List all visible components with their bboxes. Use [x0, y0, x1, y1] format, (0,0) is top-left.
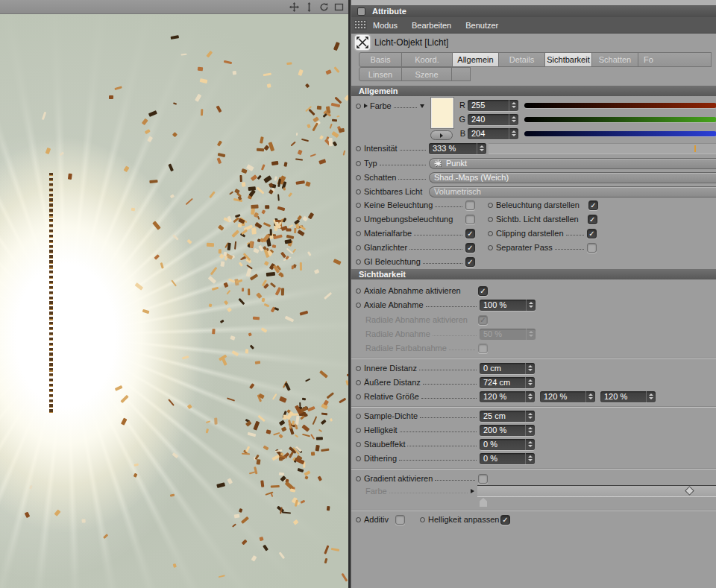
R-slider[interactable]	[524, 103, 716, 108]
G-value-field[interactable]: 240	[468, 114, 518, 125]
B-slider[interactable]	[524, 131, 716, 136]
stepper-arrows[interactable]	[646, 391, 656, 402]
keyframe-circle[interactable]	[356, 366, 361, 371]
section-header-allgemein[interactable]: Allgemein	[351, 86, 716, 96]
checkbox-axiale-abnahme-aktivieren[interactable]: ✓	[478, 286, 488, 296]
keyframe-circle[interactable]	[356, 456, 361, 461]
menu-modus[interactable]: Modus	[373, 21, 398, 30]
checkbox-radiale-abnahme-aktivieren[interactable]: ✓	[478, 315, 488, 325]
intensitaet-field[interactable]: 333 %	[429, 143, 486, 154]
helligkeit-field-0[interactable]: 200 %	[480, 425, 535, 436]
checkbox-additiv[interactable]: ✓	[395, 515, 405, 525]
section-header-sichtbarkeit[interactable]: Sichtbarkeit	[351, 269, 716, 279]
stepper-arrows[interactable]	[525, 425, 535, 436]
tab-details[interactable]: Details	[498, 52, 545, 67]
stepper-arrows[interactable]	[525, 439, 535, 450]
checkbox-keine-beleuchtung[interactable]: ✓	[465, 200, 475, 210]
move-camera-icon[interactable]	[289, 2, 299, 12]
keyframe-circle[interactable]	[356, 442, 361, 447]
keyframe-circle[interactable]	[356, 203, 361, 208]
keyframe-circle[interactable]	[356, 414, 361, 419]
menu-benutzer[interactable]: Benutzer	[465, 21, 498, 30]
keyframe-circle[interactable]	[356, 288, 361, 294]
sichtbares-licht-dropdown[interactable]: Volumetrisch	[429, 186, 716, 197]
checkbox-radiale-farbabnahme[interactable]: ✓	[478, 344, 488, 353]
gradient-knot-stop-icon[interactable]	[480, 498, 487, 507]
checkbox-separater-pass[interactable]: ✓	[587, 243, 597, 253]
checkbox-umgebungsbeleuchtung[interactable]: ✓	[465, 215, 475, 224]
tab-fo[interactable]: Fo	[638, 52, 712, 67]
stepper-arrows[interactable]	[585, 391, 595, 402]
intensitaet-slider[interactable]	[489, 143, 716, 154]
keyframe-circle[interactable]	[356, 161, 361, 166]
keyframe-circle[interactable]	[488, 217, 493, 222]
keyframe-circle[interactable]	[420, 517, 425, 522]
keyframe-circle[interactable]	[356, 189, 361, 195]
B-value-field[interactable]: 204	[468, 128, 518, 139]
stepper-arrows[interactable]	[509, 128, 518, 139]
radiale-abnahme-field[interactable]: 50 %	[480, 329, 536, 340]
tab-basis[interactable]: Basis	[359, 52, 402, 67]
render-canvas[interactable]	[0, 13, 348, 588]
checkbox-clipping-darstellen[interactable]: ✓	[587, 229, 597, 238]
äußere-distanz-field-0[interactable]: 724 cm	[480, 377, 535, 388]
drag-grip-icon[interactable]	[354, 20, 367, 30]
dithering-field-0[interactable]: 0 %	[480, 453, 535, 464]
keyframe-circle[interactable]	[356, 476, 361, 481]
relative-größe-field-1[interactable]: 120 %	[540, 391, 595, 402]
relative-größe-field-2[interactable]: 120 %	[600, 391, 656, 402]
tab-koord-[interactable]: Koord.	[401, 52, 453, 67]
stepper-arrows[interactable]	[525, 453, 535, 464]
typ-dropdown[interactable]: Punkt	[429, 158, 716, 169]
tab-linsen[interactable]: Linsen	[359, 67, 402, 81]
R-value-field[interactable]: 255	[468, 100, 518, 111]
tab-schatten[interactable]: Schatten	[591, 52, 638, 67]
checkbox-beleuchtung-darstellen[interactable]: ✓	[588, 200, 598, 210]
menu-bearbeiten[interactable]: Bearbeiten	[412, 21, 451, 30]
tab-szene[interactable]: Szene	[401, 67, 452, 81]
keyframe-circle[interactable]	[488, 203, 493, 208]
stepper-arrows[interactable]	[525, 377, 535, 388]
panel-titlebar[interactable]: Attribute	[351, 5, 716, 17]
keyframe-circle[interactable]	[356, 245, 361, 250]
checkbox-sichtb-licht-darstellen[interactable]: ✓	[588, 215, 597, 224]
checkbox-gi-beleuchtung[interactable]: ✓	[465, 257, 475, 267]
checkbox-helligkeit-anpassen[interactable]: ✓	[500, 515, 510, 525]
keyframe-circle[interactable]	[488, 231, 493, 236]
keyframe-circle[interactable]	[356, 175, 361, 180]
tab-allgemein[interactable]: Allgemein	[452, 52, 499, 67]
relative-größe-field-0[interactable]: 120 %	[480, 391, 535, 402]
stepper-arrows[interactable]	[509, 114, 518, 125]
keyframe-circle[interactable]	[356, 231, 361, 236]
keyframe-circle[interactable]	[356, 394, 361, 399]
keyframe-circle[interactable]	[356, 517, 361, 522]
checkbox-materialfarbe[interactable]: ✓	[465, 229, 475, 238]
stepper-arrows[interactable]	[477, 143, 486, 154]
checkbox-gradient-aktivieren[interactable]: ✓	[478, 474, 488, 484]
keyframe-circle[interactable]	[356, 428, 361, 433]
axiale-abnahme-field[interactable]: 100 %	[480, 300, 536, 311]
gradient-expand-triangle-icon[interactable]	[471, 489, 474, 493]
checkbox-glanzlichter[interactable]: ✓	[465, 243, 475, 253]
stepper-arrows[interactable]	[525, 411, 535, 422]
schatten-dropdown[interactable]: Shad.-Maps (Weich)	[429, 172, 716, 183]
keyframe-circle[interactable]	[356, 303, 361, 308]
G-slider[interactable]	[524, 117, 716, 122]
keyframe-circle[interactable]	[488, 245, 493, 250]
zoom-camera-icon[interactable]	[304, 2, 314, 12]
innere-distanz-field-0[interactable]: 0 cm	[480, 363, 535, 374]
tab-stub[interactable]	[451, 67, 471, 81]
stepper-arrows[interactable]	[509, 100, 518, 111]
stepper-arrows[interactable]	[526, 329, 536, 340]
stepper-arrows[interactable]	[525, 363, 535, 374]
keyframe-circle[interactable]	[356, 217, 361, 222]
stepper-arrows[interactable]	[525, 391, 535, 402]
gradient-bar[interactable]	[477, 485, 716, 497]
stepper-arrows[interactable]	[526, 300, 536, 311]
gradient-knot-diamond-icon[interactable]	[685, 486, 694, 496]
rotate-camera-icon[interactable]	[319, 2, 329, 12]
keyframe-circle[interactable]	[356, 380, 361, 385]
tab-sichtbarkeit[interactable]: Sichtbarkeit	[544, 52, 592, 67]
maximize-viewport-icon[interactable]	[334, 2, 344, 12]
staubeffekt-field-0[interactable]: 0 %	[480, 439, 535, 450]
